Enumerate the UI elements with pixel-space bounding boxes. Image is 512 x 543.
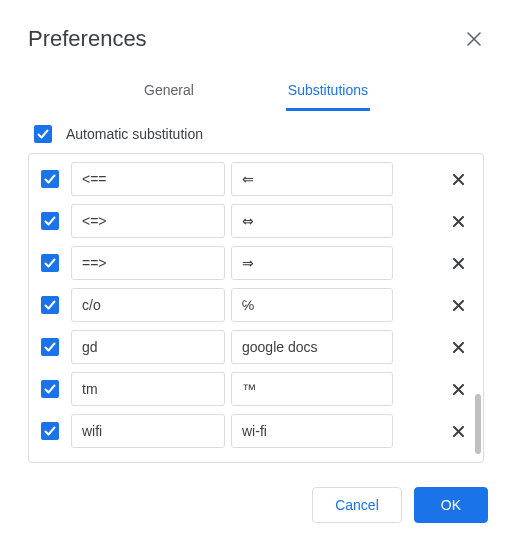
replace-input[interactable] (71, 162, 225, 196)
with-input[interactable] (231, 288, 393, 322)
with-input[interactable] (231, 414, 393, 448)
substitution-row (35, 284, 477, 326)
row-checkbox[interactable] (41, 212, 59, 230)
check-icon (43, 382, 57, 396)
tab-substitutions[interactable]: Substitutions (286, 72, 370, 111)
with-input[interactable] (231, 246, 393, 280)
remove-row-button[interactable] (443, 248, 473, 278)
row-checkbox[interactable] (41, 338, 59, 356)
replace-input[interactable] (71, 372, 225, 406)
substitution-row (35, 242, 477, 284)
substitution-row (35, 326, 477, 368)
dialog-content: Automatic substitution (0, 111, 512, 463)
row-checkbox[interactable] (41, 422, 59, 440)
scrollbar-thumb[interactable] (475, 394, 481, 454)
close-icon (453, 258, 464, 269)
with-input[interactable] (231, 330, 393, 364)
close-icon (453, 216, 464, 227)
dialog-header: Preferences (0, 0, 512, 60)
with-input[interactable] (231, 372, 393, 406)
auto-substitution-checkbox[interactable] (34, 125, 52, 143)
close-icon (453, 300, 464, 311)
substitutions-table (28, 153, 484, 463)
row-checkbox[interactable] (41, 296, 59, 314)
check-icon (43, 256, 57, 270)
preferences-dialog: Preferences General Substitutions Automa… (0, 0, 512, 543)
auto-substitution-row: Automatic substitution (34, 125, 484, 143)
row-checkbox[interactable] (41, 170, 59, 188)
substitution-row (35, 410, 477, 452)
cancel-button[interactable]: Cancel (312, 487, 402, 523)
substitution-row (35, 368, 477, 410)
close-button[interactable] (464, 29, 484, 49)
remove-row-button[interactable] (443, 290, 473, 320)
substitution-row (35, 158, 477, 200)
check-icon (43, 172, 57, 186)
close-icon (453, 426, 464, 437)
close-icon (467, 32, 481, 46)
replace-input[interactable] (71, 246, 225, 280)
row-checkbox[interactable] (41, 254, 59, 272)
check-icon (43, 424, 57, 438)
check-icon (43, 298, 57, 312)
with-input[interactable] (231, 204, 393, 238)
check-icon (43, 214, 57, 228)
auto-substitution-label: Automatic substitution (66, 126, 203, 142)
remove-row-button[interactable] (443, 416, 473, 446)
with-input[interactable] (231, 162, 393, 196)
replace-input[interactable] (71, 330, 225, 364)
dialog-footer: Cancel OK (312, 487, 488, 523)
close-icon (453, 384, 464, 395)
replace-input[interactable] (71, 288, 225, 322)
remove-row-button[interactable] (443, 332, 473, 362)
substitution-rows (29, 154, 483, 458)
check-icon (36, 127, 50, 141)
remove-row-button[interactable] (443, 164, 473, 194)
replace-input[interactable] (71, 204, 225, 238)
tabs: General Substitutions (0, 72, 512, 111)
close-icon (453, 342, 464, 353)
replace-input[interactable] (71, 414, 225, 448)
remove-row-button[interactable] (443, 206, 473, 236)
remove-row-button[interactable] (443, 374, 473, 404)
dialog-title: Preferences (28, 26, 147, 52)
row-checkbox[interactable] (41, 380, 59, 398)
check-icon (43, 340, 57, 354)
tab-general[interactable]: General (142, 72, 196, 111)
close-icon (453, 174, 464, 185)
ok-button[interactable]: OK (414, 487, 488, 523)
substitution-row (35, 200, 477, 242)
